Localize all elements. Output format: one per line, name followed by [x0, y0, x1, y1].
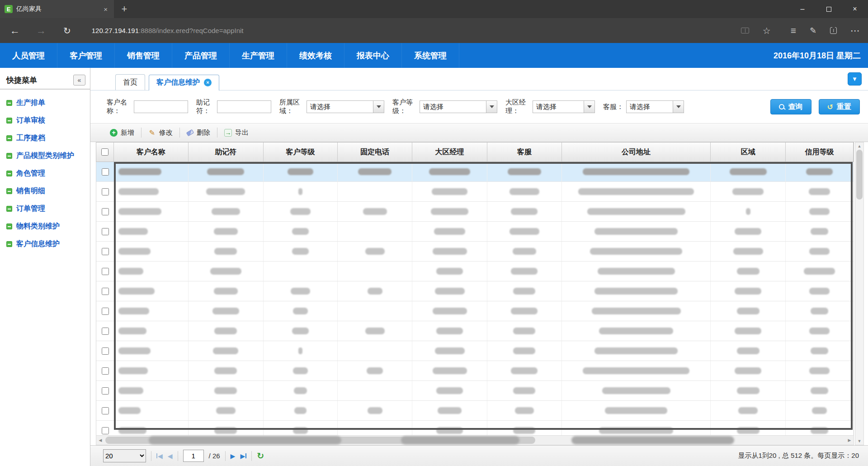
chevron-down-icon[interactable] [373, 101, 384, 113]
nav-item-4[interactable]: 产品管理 [172, 43, 230, 68]
share-icon[interactable] [830, 27, 837, 34]
chevron-down-icon[interactable] [486, 101, 497, 113]
filter-input[interactable] [217, 100, 271, 113]
page-size-select[interactable]: 20 [103, 449, 146, 462]
reading-view-icon[interactable] [741, 28, 749, 33]
row-checkbox[interactable] [102, 347, 109, 355]
column-header-2[interactable]: 助记符 [189, 143, 264, 162]
row-checkbox[interactable] [102, 168, 109, 176]
toolbar-add-button[interactable]: +新增 [103, 124, 141, 142]
nav-item-1[interactable]: 人员管理 [0, 43, 57, 68]
favorites-star-icon[interactable]: ☆ [763, 25, 771, 36]
sidebar-item[interactable]: 产品模型类别维护 [0, 147, 90, 165]
column-header-7[interactable]: 公司地址 [562, 143, 711, 162]
filter-combobox[interactable]: 请选择 [420, 100, 497, 113]
column-header-3[interactable]: 客户等级 [264, 143, 338, 162]
column-header-4[interactable]: 固定电话 [338, 143, 412, 162]
sidebar-item[interactable]: 订单审核 [0, 112, 90, 129]
filter-combobox[interactable]: 请选择 [626, 100, 684, 113]
row-checkbox[interactable] [102, 288, 109, 295]
close-button[interactable]: × [842, 0, 868, 18]
column-header-5[interactable]: 大区经理 [412, 143, 487, 162]
more-icon[interactable]: ⋯ [850, 25, 860, 36]
sidebar-item[interactable]: 客户信息维护 [0, 235, 90, 253]
nav-item-6[interactable]: 绩效考核 [287, 43, 344, 68]
table-row[interactable] [96, 202, 854, 222]
table-row[interactable] [96, 222, 854, 242]
nav-item-2[interactable]: 客户管理 [57, 43, 115, 68]
filter-input[interactable] [134, 100, 188, 113]
back-icon[interactable]: ← [10, 25, 20, 37]
reload-icon[interactable]: ↻ [257, 451, 264, 461]
hub-icon[interactable]: ≡ [791, 25, 796, 36]
refresh-icon[interactable]: ↻ [63, 25, 71, 36]
scroll-right-icon[interactable]: ▶ [845, 438, 854, 442]
browser-tab-close-icon[interactable]: × [102, 5, 109, 13]
sidebar-item[interactable]: 角色管理 [0, 165, 90, 182]
row-checkbox[interactable] [102, 387, 109, 395]
table-row[interactable] [96, 162, 854, 182]
table-row[interactable] [96, 262, 854, 281]
table-row[interactable] [96, 321, 854, 341]
row-checkbox[interactable] [102, 208, 109, 215]
row-checkbox[interactable] [102, 427, 109, 434]
sidebar-item[interactable]: 销售明细 [0, 182, 90, 200]
tab-customer-info[interactable]: 客户信息维护 × [149, 75, 219, 90]
page-number-input[interactable] [183, 450, 204, 462]
nav-item-7[interactable]: 报表中心 [344, 43, 402, 68]
address-bar[interactable]: 120.27.194.191:8888/index.ered?reqCode=a… [92, 27, 244, 34]
table-row[interactable] [96, 361, 854, 381]
scroll-up-icon[interactable]: ▲ [858, 144, 862, 148]
row-checkbox[interactable] [102, 188, 109, 195]
column-header-8[interactable]: 区域 [711, 143, 786, 162]
minimize-button[interactable]: – [789, 0, 816, 18]
filter-combobox[interactable]: 请选择 [533, 100, 595, 113]
toolbar-edit-button[interactable]: ✎修改 [142, 124, 179, 142]
sidebar-item[interactable]: 工序建档 [0, 129, 90, 147]
row-checkbox[interactable] [102, 248, 109, 255]
table-row[interactable] [96, 281, 854, 301]
row-checkbox[interactable] [102, 308, 109, 315]
nav-item-8[interactable]: 系统管理 [402, 43, 459, 68]
toolbar-export-button[interactable]: →导出 [217, 124, 255, 142]
chevron-down-icon[interactable] [673, 101, 684, 113]
web-note-icon[interactable]: ✎ [810, 26, 816, 36]
table-row[interactable] [96, 421, 854, 435]
hscroll-track[interactable] [104, 436, 845, 445]
row-checkbox[interactable] [102, 268, 109, 275]
tab-home[interactable]: 首页 [115, 74, 145, 90]
row-checkbox[interactable] [102, 407, 109, 414]
prev-page-button[interactable]: ◀ [168, 452, 173, 460]
row-checkbox[interactable] [102, 328, 109, 335]
column-header-6[interactable]: 客服 [487, 143, 562, 162]
row-checkbox[interactable] [102, 228, 109, 235]
last-page-button[interactable]: ▶ [240, 452, 246, 460]
first-page-button[interactable]: ◀ [156, 452, 163, 460]
next-page-button[interactable]: ▶ [231, 452, 236, 460]
sidebar-item[interactable]: 订单管理 [0, 200, 90, 218]
sidebar-item[interactable]: 物料类别维护 [0, 218, 90, 235]
table-row[interactable] [96, 182, 854, 202]
forward-icon[interactable]: → [36, 25, 46, 37]
vscroll-thumb[interactable] [856, 150, 863, 200]
select-all-checkbox[interactable] [101, 148, 108, 156]
browser-tab[interactable]: E 亿尚家具 × [0, 0, 114, 18]
toolbar-delete-button[interactable]: 删除 [180, 124, 217, 142]
table-row[interactable] [96, 381, 854, 401]
sidebar-item[interactable]: 生产排单 [0, 94, 90, 112]
scroll-left-icon[interactable]: ◀ [96, 438, 104, 442]
row-checkbox[interactable] [102, 367, 109, 375]
tab-close-icon[interactable]: × [204, 79, 212, 86]
vertical-scrollbar[interactable]: ▲ ▼ [855, 142, 864, 445]
nav-item-5[interactable]: 生产管理 [230, 43, 287, 68]
new-tab-button[interactable]: + [114, 0, 135, 18]
scroll-down-icon[interactable]: ▼ [858, 439, 862, 443]
column-header-1[interactable]: 客户名称 [114, 143, 189, 162]
filter-combobox[interactable]: 请选择 [307, 100, 384, 113]
reset-button[interactable]: ↺ 重置 [819, 99, 860, 114]
query-button[interactable]: 查询 [770, 99, 811, 114]
column-header-9[interactable]: 信用等级 [786, 143, 854, 162]
table-row[interactable] [96, 401, 854, 421]
table-row[interactable] [96, 341, 854, 361]
sidebar-collapse-button[interactable]: « [73, 75, 85, 86]
